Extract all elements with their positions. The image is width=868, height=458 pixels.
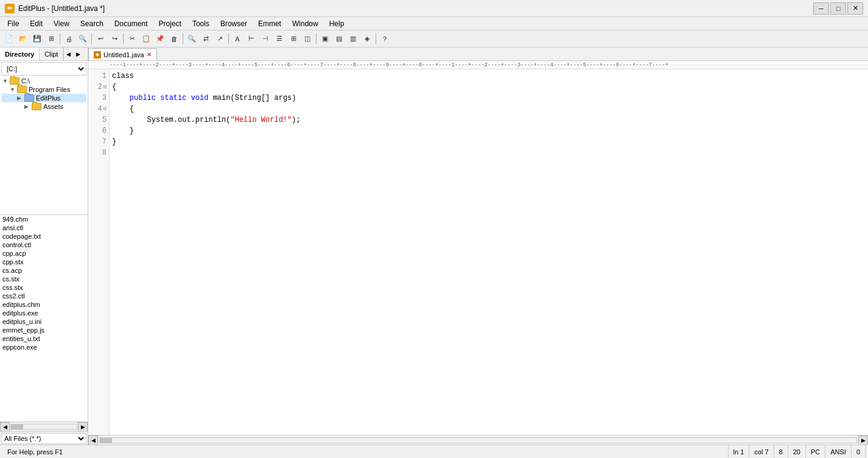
code-line[interactable]: System.out.println("Hello World!");: [112, 114, 866, 125]
toolbar-redo[interactable]: ↪: [108, 32, 121, 46]
menu-tools[interactable]: Tools: [187, 18, 214, 29]
file-list-item[interactable]: cs.acp: [0, 266, 88, 275]
tree-item-programfiles[interactable]: ▼ Program Files: [1, 85, 86, 94]
toolbar-gotoline[interactable]: ↗: [213, 32, 226, 46]
menu-emmet[interactable]: Emmet: [253, 18, 286, 29]
minimize-button[interactable]: ─: [813, 2, 829, 15]
sidebar-hscroll-right[interactable]: ▶: [78, 422, 88, 432]
file-list-item[interactable]: control.ctl: [0, 241, 88, 249]
toolbar-print-preview[interactable]: 🔍: [76, 32, 89, 46]
toolbar-cut[interactable]: ✂: [125, 32, 139, 46]
line-number: 2⊟: [91, 82, 107, 93]
menu-file[interactable]: File: [2, 18, 24, 29]
file-list-item[interactable]: cpp.stx: [0, 258, 88, 266]
menu-view[interactable]: View: [49, 18, 74, 29]
menu-help[interactable]: Help: [324, 18, 349, 29]
file-list-item[interactable]: editplus.chm: [0, 300, 88, 309]
sidebar-next-arrow[interactable]: ▶: [73, 48, 83, 61]
expand-icon4: ▶: [24, 104, 32, 110]
sidebar-prev-arrow[interactable]: ◀: [63, 48, 73, 61]
code-line[interactable]: class: [112, 71, 866, 82]
menu-project[interactable]: Project: [154, 18, 186, 29]
sidebar-hscroll-track[interactable]: [10, 424, 77, 430]
main-area: Directory Clipt ◀ ▶ [C:] ▼ C:\ ▼ Program…: [0, 48, 868, 445]
expand-icon: ▼: [2, 78, 10, 84]
toolbar-btn-e[interactable]: ⊞: [287, 32, 300, 46]
doc-tab-label: Untitled1.java: [103, 51, 144, 58]
toolbar-paste[interactable]: 📌: [153, 32, 167, 46]
toolbar-btn-b[interactable]: ⊢: [245, 32, 258, 46]
tree-item-c[interactable]: ▼ C:\: [1, 77, 86, 85]
editor-hscroll[interactable]: ◀ ▶: [88, 435, 868, 445]
toolbar-btn-a[interactable]: A: [231, 32, 244, 46]
toolbar-sep7: [376, 33, 376, 44]
sidebar-hscroll-thumb[interactable]: [11, 425, 23, 429]
file-list-item[interactable]: cpp.acp: [0, 249, 88, 258]
tree-area: [C:] ▼ C:\ ▼ Program Files ▶ EditPlus ▶: [0, 61, 88, 214]
toolbar-btn-h[interactable]: ▤: [332, 32, 346, 46]
fold-icon[interactable]: ⊟: [103, 104, 107, 114]
menu-window[interactable]: Window: [287, 18, 323, 29]
code-line[interactable]: }: [112, 125, 866, 136]
tree-item-assets[interactable]: ▶ Assets: [1, 102, 86, 111]
fold-icon[interactable]: ⊟: [103, 82, 107, 93]
maximize-button[interactable]: □: [830, 2, 846, 15]
toolbar-sep5: [228, 33, 229, 44]
file-list-item[interactable]: emmet_epp.js: [0, 326, 88, 334]
editor-body: 12⊟34⊟5678 class{ public static void mai…: [88, 69, 868, 435]
toolbar-save[interactable]: 💾: [30, 32, 44, 46]
toolbar-replace[interactable]: ⇄: [199, 32, 212, 46]
file-list-item[interactable]: css.stx: [0, 283, 88, 292]
code-line[interactable]: {: [112, 104, 866, 114]
tab-clipt[interactable]: Clipt: [40, 48, 63, 60]
title-bar-controls[interactable]: ─ □ ✕: [813, 2, 863, 15]
file-list-item[interactable]: editplus.exe: [0, 309, 88, 317]
doc-tab-untitled1[interactable]: ◆ Untitled1.java ✕: [88, 48, 157, 60]
toolbar-open[interactable]: 📂: [16, 32, 30, 46]
hscroll-track[interactable]: [99, 437, 857, 443]
menu-search[interactable]: Search: [75, 18, 108, 29]
hscroll-right-arrow[interactable]: ▶: [858, 435, 868, 445]
file-list-item[interactable]: eppcon.exe: [0, 343, 88, 351]
drive-select[interactable]: [C:]: [1, 62, 86, 76]
menu-edit[interactable]: Edit: [25, 18, 47, 29]
file-filter-select[interactable]: All Files (*.*): [1, 433, 86, 444]
toolbar-print[interactable]: 🖨: [62, 32, 75, 46]
toolbar-btn-f[interactable]: ◫: [301, 32, 314, 46]
file-list-item[interactable]: cs.stx: [0, 275, 88, 283]
menu-browser[interactable]: Browser: [215, 18, 252, 29]
toolbar-btn-i[interactable]: ▥: [346, 32, 360, 46]
toolbar-copy[interactable]: 📋: [139, 32, 153, 46]
file-list-item[interactable]: codepage.txt: [0, 232, 88, 241]
file-list-item[interactable]: entities_u.txt: [0, 334, 88, 343]
toolbar-btn-k[interactable]: ?: [378, 32, 391, 46]
code-line[interactable]: public static void main(String[] args): [112, 93, 866, 104]
file-list-item[interactable]: css2.ctl: [0, 292, 88, 300]
toolbar-btn-g[interactable]: ▣: [318, 32, 332, 46]
sidebar-hscroll-left[interactable]: ◀: [0, 422, 10, 432]
code-line[interactable]: }: [112, 136, 866, 147]
menu-document[interactable]: Document: [110, 18, 153, 29]
toolbar-btn-d[interactable]: ☰: [273, 32, 286, 46]
tree-item-editplus[interactable]: ▶ EditPlus: [1, 94, 86, 102]
toolbar-btn-c[interactable]: ⊣: [259, 32, 272, 46]
toolbar-new[interactable]: 📄: [2, 32, 16, 46]
code-line[interactable]: [112, 147, 866, 158]
toolbar-btn-j[interactable]: ◈: [360, 32, 374, 46]
code-area[interactable]: class{ public static void main(String[] …: [110, 69, 868, 435]
code-line[interactable]: {: [112, 82, 866, 93]
toolbar-save-all[interactable]: ⊞: [44, 32, 58, 46]
file-list-item[interactable]: editplus_u.ini: [0, 317, 88, 326]
hscroll-thumb[interactable]: [100, 438, 112, 443]
sidebar-hscroll[interactable]: ◀ ▶: [0, 421, 88, 431]
toolbar-sep1: [60, 33, 60, 44]
file-list-item[interactable]: ansi.ctl: [0, 224, 88, 232]
status-pc: PC: [806, 445, 825, 458]
tab-directory[interactable]: Directory: [0, 48, 40, 60]
toolbar-undo[interactable]: ↩: [94, 32, 107, 46]
toolbar-find[interactable]: 🔍: [185, 32, 198, 46]
hscroll-left-arrow[interactable]: ◀: [88, 435, 98, 445]
toolbar-delete[interactable]: 🗑: [167, 32, 181, 46]
close-button[interactable]: ✕: [847, 2, 863, 15]
file-list-item[interactable]: 949.chm: [0, 215, 88, 224]
